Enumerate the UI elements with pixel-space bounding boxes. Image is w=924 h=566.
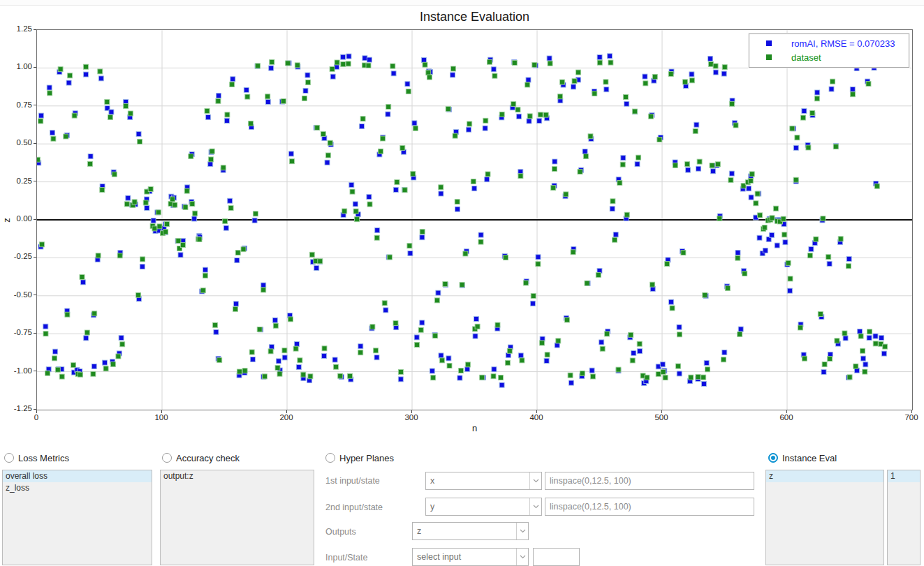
dataset-point xyxy=(863,369,867,374)
radio-icon[interactable] xyxy=(162,453,172,463)
dataset-point xyxy=(170,197,175,202)
dataset-point xyxy=(536,262,541,267)
dataset-point xyxy=(398,369,403,374)
dataset-point xyxy=(788,276,793,281)
loss-metrics-radio[interactable]: Loss Metrics xyxy=(4,452,69,463)
romai-point xyxy=(467,127,471,132)
dataset-point xyxy=(608,60,613,65)
instance-eval-radio[interactable]: Instance Eval xyxy=(768,452,837,463)
list-item-overall-loss[interactable]: overall loss xyxy=(3,470,152,482)
romai-point xyxy=(635,162,640,167)
romai-point xyxy=(360,124,365,129)
romai-point xyxy=(203,267,208,272)
radio-icon[interactable] xyxy=(4,453,14,463)
dataset-point xyxy=(603,80,608,84)
list-item-output-z[interactable]: z xyxy=(766,470,883,482)
romai-point xyxy=(50,131,55,135)
outputs-dropdown[interactable]: z xyxy=(412,522,529,540)
dataset-point xyxy=(439,185,443,190)
dataset-point xyxy=(520,358,525,363)
dataset-point xyxy=(453,133,457,138)
romai-point xyxy=(694,122,699,127)
romai-point xyxy=(288,151,293,156)
list-item-z-loss[interactable]: z_loss xyxy=(3,482,152,494)
romai-point xyxy=(66,80,71,85)
romai-point xyxy=(547,56,552,61)
romai-point xyxy=(330,74,335,79)
dataset-point xyxy=(92,311,97,316)
romai-point xyxy=(109,110,114,114)
accuracy-check-label[interactable]: Accuracy check xyxy=(176,453,240,463)
list-item-instance-1[interactable]: 1 xyxy=(888,470,920,482)
ytick-label: 1.25 xyxy=(1,24,32,33)
romai-point xyxy=(422,58,427,63)
romai-point xyxy=(491,67,496,72)
dataset-point xyxy=(261,288,266,292)
dataset-point xyxy=(701,375,706,380)
tick-mark xyxy=(34,257,36,258)
dataset-point xyxy=(350,189,355,194)
input-state-value-field[interactable] xyxy=(533,548,580,566)
list-item-output-z[interactable]: output:z xyxy=(161,470,314,482)
dataset-point xyxy=(386,105,391,110)
dataset-point xyxy=(413,126,418,131)
dataset-point xyxy=(629,332,633,337)
romai-point xyxy=(747,186,751,191)
dataset-point xyxy=(451,66,456,71)
ytick-label: -0.25 xyxy=(1,252,32,260)
romai-point xyxy=(735,251,740,255)
romai-point xyxy=(405,82,410,87)
hyper-planes-label[interactable]: Hyper Planes xyxy=(339,453,394,463)
romai-point xyxy=(314,266,319,271)
romai-point xyxy=(119,336,124,341)
dataset-point xyxy=(302,96,307,100)
dataset-point xyxy=(689,78,694,83)
dataset-point xyxy=(560,80,565,84)
dataset-point xyxy=(68,73,73,78)
romai-point xyxy=(517,114,522,119)
first-input-range-field[interactable] xyxy=(545,472,754,490)
romai-point xyxy=(457,375,462,380)
romai-point xyxy=(473,334,478,338)
dataset-point xyxy=(814,237,819,241)
accuracy-check-radio[interactable]: Accuracy check xyxy=(162,452,240,463)
tick-mark xyxy=(34,143,36,144)
radio-icon[interactable] xyxy=(768,453,778,463)
dataset-point xyxy=(551,186,556,191)
dataset-point xyxy=(722,65,727,70)
second-input-dropdown[interactable]: y xyxy=(425,498,542,516)
first-input-dropdown[interactable]: x xyxy=(425,472,542,490)
dataset-point xyxy=(402,188,407,193)
dataset-point xyxy=(197,237,202,242)
dataset-point xyxy=(341,62,346,67)
dataset-point xyxy=(308,374,313,379)
input-state-dropdown[interactable]: select input xyxy=(412,548,529,566)
dataset-point xyxy=(597,60,602,65)
dataset-point xyxy=(738,332,742,336)
romai-point xyxy=(686,167,691,172)
dataset-point xyxy=(143,200,148,205)
dataset-point xyxy=(358,350,363,355)
plot-area[interactable]: romAI, RMSE = 0.070233 dataset xyxy=(36,29,913,410)
dataset-point xyxy=(338,373,343,378)
dataset-point xyxy=(782,232,787,237)
dataset-point xyxy=(72,113,77,118)
second-input-range-field[interactable] xyxy=(545,498,754,516)
dataset-point xyxy=(532,62,537,67)
tick-mark xyxy=(34,295,36,295)
romai-point xyxy=(704,361,709,366)
romai-point xyxy=(223,225,228,230)
dataset-point xyxy=(762,225,767,230)
radio-icon[interactable] xyxy=(325,453,335,463)
romai-point xyxy=(47,85,52,90)
dataset-point xyxy=(427,75,432,80)
hyper-planes-radio[interactable]: Hyper Planes xyxy=(325,452,394,463)
loss-metrics-label[interactable]: Loss Metrics xyxy=(18,453,69,463)
dataset-point xyxy=(754,201,758,206)
romai-point xyxy=(224,118,229,123)
dataset-point xyxy=(249,121,254,126)
instance-eval-label[interactable]: Instance Eval xyxy=(782,453,837,463)
romai-point xyxy=(749,195,754,200)
romai-point xyxy=(235,258,240,263)
dataset-point xyxy=(173,202,177,207)
